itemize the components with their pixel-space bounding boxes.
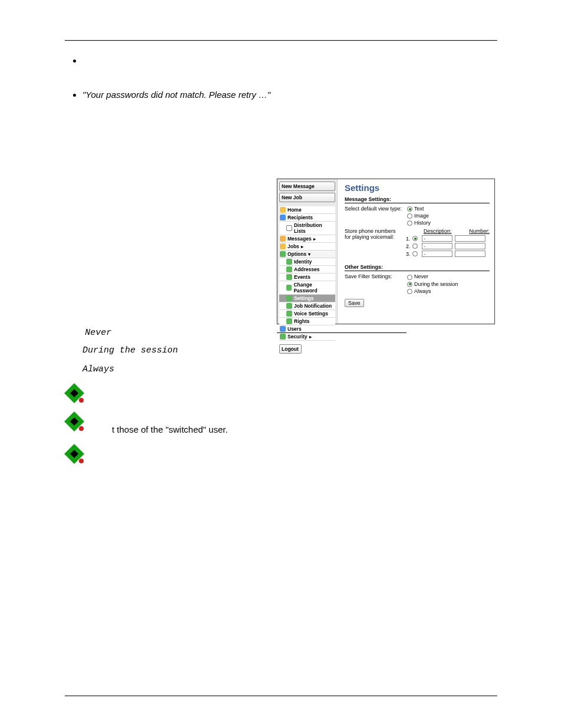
note-row-3 — [65, 444, 497, 465]
radio-icon — [407, 282, 412, 287]
number-input-2[interactable] — [455, 243, 485, 249]
messages-icon — [280, 236, 286, 242]
sidebar-item-label: Identity — [294, 259, 312, 265]
sidebar-item-job-notification[interactable]: Job Notification — [279, 302, 335, 310]
radio-history[interactable]: History — [407, 220, 431, 226]
note-icon — [65, 412, 85, 432]
radio-always[interactable]: Always — [407, 288, 458, 294]
chevron-down-icon: ▾ — [308, 252, 310, 257]
radio-text[interactable]: Text — [407, 206, 431, 212]
sidebar-item-options[interactable]: Options ▾ — [279, 251, 335, 258]
screenshot-sidebar: New Message New Job Home Recipients Dist… — [277, 179, 338, 324]
sidebar-item-label: Jobs — [287, 243, 299, 249]
note-row-1 — [65, 384, 497, 404]
error-bullet-quoted: "Your passwords did not match. Please re… — [82, 89, 497, 101]
sidebar-item-label: Security — [287, 334, 308, 340]
option-during-label: During the session — [82, 345, 178, 355]
default-view-label: Select default view type: — [345, 206, 402, 212]
wrench-icon — [286, 285, 292, 291]
sidebar-item-change-password[interactable]: Change Password — [279, 281, 335, 295]
row-radio[interactable] — [412, 243, 418, 249]
number-input-1[interactable] — [455, 235, 485, 242]
home-icon — [280, 207, 286, 213]
radio-icon — [407, 220, 412, 226]
sidebar-item-recipients[interactable]: Recipients — [279, 214, 335, 222]
table-row: 2. - — [406, 243, 490, 249]
sidebar-item-label: Change Password — [293, 282, 335, 294]
save-filter-options-list-2: Always — [82, 363, 497, 375]
error-list — [65, 55, 497, 67]
message-settings-header: Message Settings: — [345, 196, 490, 203]
sidebar-item-label: Home — [287, 207, 302, 213]
sidebar-item-label: Rights — [294, 318, 309, 324]
chevron-right-icon: ▸ — [301, 244, 303, 249]
radio-icon — [407, 289, 412, 294]
figure-caption — [277, 332, 406, 333]
wrench-icon — [286, 266, 292, 272]
screenshot-content: Settings Message Settings: Select defaul… — [340, 179, 494, 324]
sidebar-item-home[interactable]: Home — [279, 206, 335, 214]
shield-icon — [280, 334, 286, 340]
sidebar-item-label: Distribution Lists — [294, 222, 335, 234]
content-title: Settings — [345, 183, 490, 193]
sidebar-item-identity[interactable]: Identity — [279, 258, 335, 266]
sidebar-item-messages[interactable]: Messages▸ — [279, 235, 335, 243]
list-icon — [286, 225, 292, 231]
sidebar-item-security[interactable]: Security ▸ — [279, 333, 335, 341]
number-input-3[interactable] — [455, 251, 485, 257]
option-always-label: Always — [82, 364, 114, 374]
description-input-3[interactable]: - — [422, 251, 452, 257]
sidebar-item-settings[interactable]: Settings — [279, 295, 335, 302]
sidebar-item-voice-settings[interactable]: Voice Settings — [279, 310, 335, 318]
sidebar-item-addresses[interactable]: Addresses — [279, 266, 335, 274]
sidebar-item-label: Messages — [287, 236, 312, 242]
wrench-icon — [286, 303, 292, 309]
save-filter-label: Save Filter Settings: — [345, 274, 402, 279]
sidebar-item-rights[interactable]: Rights — [279, 318, 335, 325]
save-button[interactable]: Save — [345, 299, 364, 307]
chevron-right-icon: ▸ — [313, 236, 316, 242]
sidebar-item-label: Options — [287, 251, 306, 257]
description-input-2[interactable]: - — [422, 243, 452, 249]
section-heading-settings: Settings — [65, 118, 497, 131]
wrench-icon — [286, 259, 292, 265]
wrench-icon — [286, 274, 292, 280]
radio-image[interactable]: Image — [407, 213, 431, 219]
note-icon — [65, 444, 85, 465]
wrench-icon — [286, 318, 292, 324]
page-footer — [65, 696, 497, 700]
sidebar-item-jobs[interactable]: Jobs▸ — [279, 243, 335, 251]
row-radio[interactable] — [412, 251, 418, 256]
other-settings-header: Other Settings: — [345, 264, 490, 271]
description-input-1[interactable]: - — [422, 235, 452, 242]
header-rule — [65, 40, 497, 41]
phone-numbers-table: Description: Number: 1. - 2. - 3. — [406, 228, 490, 258]
radio-icon — [407, 213, 412, 219]
note-row-2: t those of the "switched" user. — [65, 412, 497, 436]
radio-never[interactable]: Never — [407, 274, 458, 279]
sidebar-item-label: Addresses — [294, 266, 319, 272]
radio-icon — [407, 275, 412, 280]
note-2-visible-line: t those of the "switched" user. — [112, 424, 497, 436]
option-never-label: Never — [85, 328, 111, 338]
note-icon — [65, 384, 85, 404]
sidebar-item-label: Voice Settings — [294, 311, 328, 317]
store-numbers-label: Store phone numbers for playing voicemai… — [345, 228, 401, 240]
new-message-button[interactable]: New Message — [279, 182, 335, 191]
table-row: 1. - — [406, 235, 490, 242]
sidebar-item-label: Job Notification — [294, 303, 332, 309]
column-description: Description: — [424, 228, 452, 234]
logout-button[interactable]: Logout — [279, 344, 302, 354]
radio-icon — [407, 206, 412, 212]
settings-screenshot: New Message New Job Home Recipients Dist… — [277, 179, 495, 324]
sidebar-item-distribution-lists[interactable]: Distribution Lists — [279, 222, 335, 235]
recipients-icon — [280, 215, 286, 220]
radio-during-session[interactable]: During the session — [407, 281, 458, 287]
row-radio[interactable] — [412, 236, 418, 241]
table-row: 3. - — [406, 251, 490, 257]
wrench-icon — [286, 295, 292, 301]
new-job-button[interactable]: New Job — [279, 193, 335, 202]
figure-caption-wrap — [277, 329, 406, 333]
sidebar-item-events[interactable]: Events — [279, 274, 335, 281]
jobs-icon — [280, 243, 286, 249]
